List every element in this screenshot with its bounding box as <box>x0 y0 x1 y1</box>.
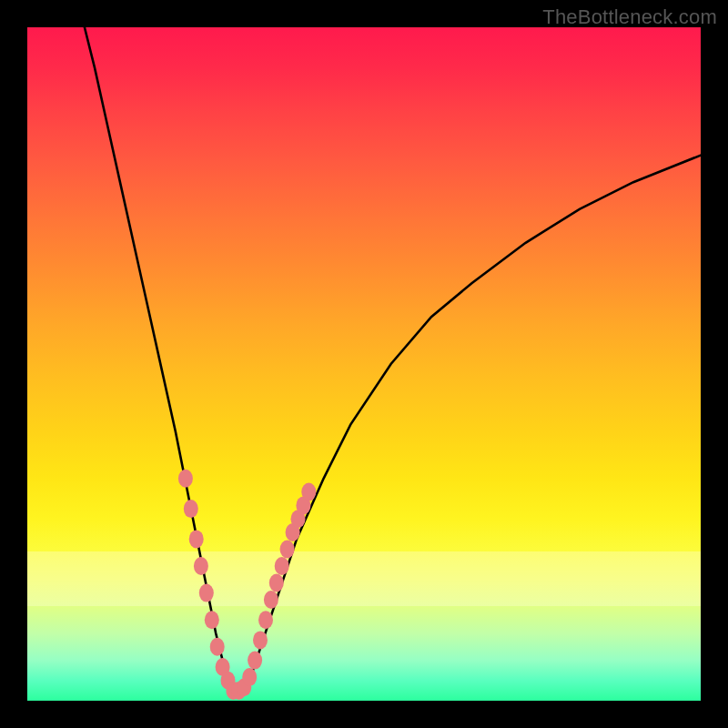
marker-dot <box>205 611 219 629</box>
chart-svg <box>27 27 701 701</box>
bottleneck-curve <box>85 27 701 691</box>
marker-dots-group <box>178 470 316 700</box>
chart-frame: TheBottleneck.com <box>0 0 728 728</box>
marker-dot <box>258 611 273 629</box>
watermark-text: TheBottleneck.com <box>542 5 717 29</box>
marker-dot <box>275 557 289 575</box>
marker-dot <box>253 631 268 649</box>
marker-dot <box>242 668 257 686</box>
marker-dot <box>178 470 193 488</box>
marker-dot <box>210 638 225 656</box>
marker-dot <box>280 541 295 559</box>
marker-dot <box>189 530 204 548</box>
marker-dot <box>199 584 214 602</box>
marker-dot <box>248 652 262 670</box>
marker-dot <box>269 574 284 592</box>
marker-dot <box>184 500 198 518</box>
marker-dot <box>264 591 278 609</box>
marker-dot <box>194 557 208 575</box>
plot-area <box>27 27 701 701</box>
marker-dot <box>301 483 316 501</box>
